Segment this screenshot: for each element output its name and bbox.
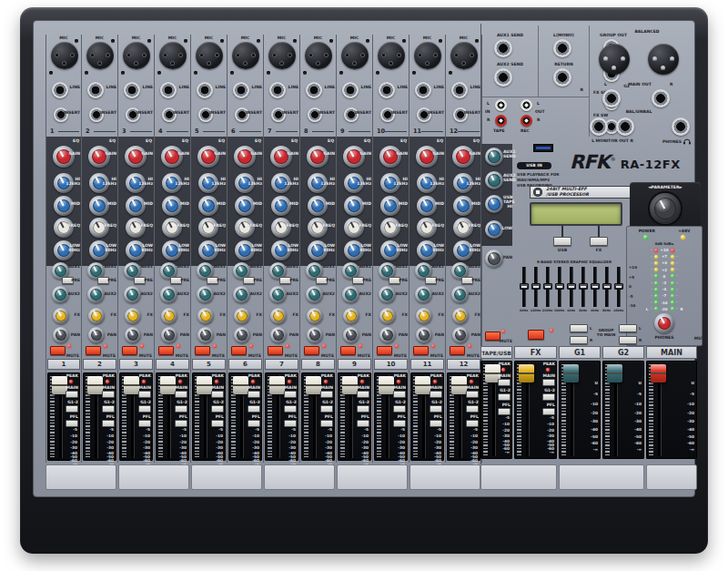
main-assign-button[interactable]	[357, 391, 369, 398]
eq-mid-knob[interactable]	[271, 196, 291, 216]
fader-handle[interactable]	[306, 376, 321, 394]
pfl-button[interactable]	[284, 420, 297, 427]
main-assign-button[interactable]	[175, 391, 187, 398]
fader-handle[interactable]	[379, 376, 394, 394]
gain-knob[interactable]	[234, 146, 256, 168]
mic-xlr-input[interactable]	[159, 42, 187, 69]
pfl-button[interactable]	[542, 408, 555, 415]
pfl-button[interactable]	[357, 420, 369, 427]
eq-mid-knob[interactable]	[417, 196, 437, 216]
aux2-knob[interactable]	[269, 286, 287, 303]
fader-handle[interactable]	[233, 376, 248, 394]
fx-send-knob[interactable]	[197, 308, 214, 324]
mic-xlr-input[interactable]	[378, 42, 405, 69]
main-out-l-jack[interactable]	[602, 89, 621, 107]
pfl-button[interactable]	[248, 420, 260, 427]
line-input-jack[interactable]	[269, 82, 286, 98]
mic-xlr-input[interactable]	[305, 42, 332, 69]
pfl-button[interactable]	[138, 420, 151, 427]
mute-button[interactable]	[231, 346, 247, 355]
fader-handle[interactable]	[342, 376, 358, 394]
eq-mid-knob[interactable]	[126, 196, 146, 216]
g2-to-main-l-button[interactable]	[619, 324, 637, 332]
line-input-jack[interactable]	[52, 82, 68, 98]
gain-knob[interactable]	[343, 146, 365, 168]
line-input-jack[interactable]	[87, 82, 104, 98]
tape-aux2-knob[interactable]	[485, 171, 503, 189]
pfl-button[interactable]	[430, 420, 442, 427]
tape-in-l-rca[interactable]	[495, 99, 507, 111]
fx-mute-button[interactable]	[528, 330, 544, 340]
group-assign-button[interactable]	[138, 405, 151, 413]
main-assign-button[interactable]	[211, 391, 224, 398]
line-input-jack[interactable]	[160, 82, 177, 98]
fx-send-knob[interactable]	[161, 308, 177, 324]
mic-xlr-input[interactable]	[86, 42, 114, 69]
g1-to-main-l-button[interactable]	[570, 324, 588, 332]
monitor-out-l-jack[interactable]	[590, 117, 608, 136]
geq-slider-handle[interactable]	[531, 283, 541, 290]
aux2-knob[interactable]	[52, 286, 69, 303]
group-assign-button[interactable]	[175, 405, 187, 413]
eq-mid-knob[interactable]	[235, 196, 255, 216]
pan-knob[interactable]	[343, 327, 359, 343]
mic-xlr-input[interactable]	[196, 42, 223, 69]
line-input-jack[interactable]	[124, 82, 140, 98]
group-assign-button[interactable]	[66, 405, 78, 413]
gain-knob[interactable]	[452, 146, 474, 168]
pfl-button[interactable]	[102, 420, 115, 427]
pan-knob[interactable]	[452, 327, 469, 343]
aux2-knob[interactable]	[160, 286, 177, 303]
usb-port[interactable]	[533, 144, 553, 152]
aux2-knob[interactable]	[342, 286, 359, 303]
fader-handle[interactable]	[651, 364, 666, 382]
pan-knob[interactable]	[416, 327, 432, 343]
pfl-button[interactable]	[211, 420, 224, 427]
gain-knob[interactable]	[307, 146, 329, 168]
line-input-jack[interactable]	[306, 82, 322, 98]
phones-level-knob[interactable]	[654, 313, 674, 333]
fx-send-knob[interactable]	[53, 308, 69, 324]
pan-knob[interactable]	[161, 327, 177, 343]
eq-mid-knob[interactable]	[89, 196, 109, 216]
mute-button[interactable]	[195, 346, 210, 355]
mic-xlr-input[interactable]	[414, 42, 441, 69]
fx-send-knob[interactable]	[452, 308, 469, 324]
fader-handle[interactable]	[451, 376, 467, 394]
main-assign-button[interactable]	[430, 391, 442, 398]
group-assign-button[interactable]	[542, 393, 555, 401]
aux2-knob[interactable]	[451, 286, 469, 303]
gain-knob[interactable]	[416, 146, 438, 168]
tape-low-knob[interactable]	[485, 220, 503, 239]
main-assign-button[interactable]	[542, 379, 555, 386]
fader-handle[interactable]	[519, 364, 534, 382]
eq-mid-knob[interactable]	[344, 196, 364, 216]
line-input-jack[interactable]	[415, 82, 431, 98]
main-assign-button[interactable]	[284, 391, 297, 398]
mic-xlr-input[interactable]	[341, 42, 369, 69]
fader-handle[interactable]	[269, 376, 285, 394]
mute-button[interactable]	[158, 346, 174, 355]
fx-send-knob[interactable]	[379, 308, 396, 324]
pan-knob[interactable]	[125, 327, 141, 343]
fader-handle[interactable]	[563, 364, 579, 382]
gain-knob[interactable]	[379, 146, 401, 168]
aux2-knob[interactable]	[233, 286, 250, 303]
pan-knob[interactable]	[234, 327, 250, 343]
group-assign-button[interactable]	[102, 405, 115, 413]
eq-mid-knob[interactable]	[162, 196, 182, 216]
usb-mode-button[interactable]	[553, 237, 571, 246]
group-assign-button[interactable]	[498, 393, 511, 401]
line-input-jack[interactable]	[451, 82, 468, 98]
tape-aux1-knob[interactable]	[485, 148, 503, 166]
mic-xlr-input[interactable]	[268, 42, 296, 69]
eq-mid-knob[interactable]	[308, 196, 328, 216]
line-input-jack[interactable]	[233, 82, 249, 98]
fx-send-knob[interactable]	[343, 308, 359, 324]
main-assign-button[interactable]	[498, 379, 511, 386]
pan-knob[interactable]	[53, 327, 69, 343]
pfl-button[interactable]	[66, 420, 78, 427]
aux2-knob[interactable]	[87, 286, 105, 303]
aux2-knob[interactable]	[124, 286, 141, 303]
fx-send-knob[interactable]	[125, 308, 141, 324]
